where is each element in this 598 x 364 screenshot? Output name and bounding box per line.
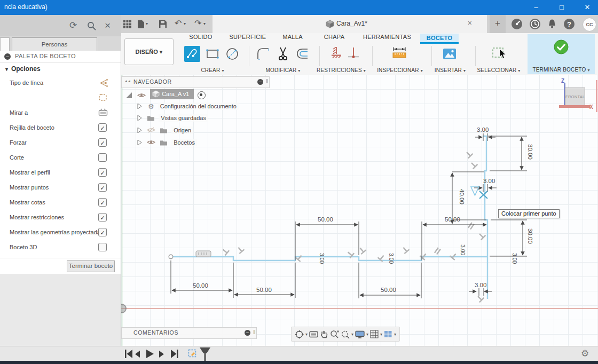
fillet-tool-icon[interactable] [255, 46, 271, 62]
app-grid-icon[interactable] [123, 20, 131, 28]
grid-caret[interactable]: ▾ [380, 332, 382, 337]
refresh-icon[interactable]: ⟳ [69, 20, 77, 31]
profile-checkbox[interactable]: ✓ [98, 168, 107, 177]
line-tool-icon[interactable] [184, 46, 200, 62]
grid-checkbox[interactable]: ✓ [98, 123, 107, 132]
group-label-modificar[interactable]: MODIFICAR ▾ [259, 67, 307, 73]
trim-scissors-icon[interactable] [275, 46, 291, 62]
activate-radio[interactable] [198, 91, 206, 99]
timeline-playback-controls[interactable] [123, 349, 184, 359]
close-panel-icon[interactable]: × [105, 20, 111, 31]
tab-boceto[interactable]: BOCETO [420, 34, 459, 44]
job-status-clock-icon[interactable] [529, 18, 541, 30]
dimension-texts[interactable]: 3.00 30.00 40.00 3.00 50.00 50.00 30.00 … [193, 126, 533, 293]
group-label-crear[interactable]: CREAR ▾ [190, 67, 235, 73]
tree-item-named-views[interactable]: Vistas guardadas [137, 115, 208, 125]
search-icon[interactable] [87, 21, 96, 30]
timeline-settings-gear-icon[interactable]: ⚙ [581, 348, 589, 359]
file-menu-caret[interactable]: ▾ [146, 21, 148, 26]
navigator-grip[interactable]: ‖ [266, 78, 269, 84]
tree-item-document-settings[interactable]: ⚙ Configuración del documento [137, 102, 239, 113]
tab-close-icon[interactable]: × [468, 19, 472, 27]
tab-malla[interactable]: MALLA [280, 34, 305, 42]
display-settings-icon[interactable] [355, 330, 365, 338]
minimize-button[interactable]: – [525, 0, 547, 15]
viewcube-front-face[interactable]: FRONTAL [565, 88, 585, 107]
tab-herramientas[interactable]: HERRAMIENTAS [361, 34, 413, 42]
constraint-fix-icon[interactable] [328, 46, 344, 62]
group-label-seleccionar[interactable]: SELECCIONAR ▾ [472, 67, 525, 73]
sketch3d-checkbox[interactable] [98, 243, 107, 251]
new-tab-button[interactable]: + [490, 15, 506, 33]
save-icon[interactable] [159, 20, 167, 28]
redo-icon[interactable]: ↷ [194, 18, 201, 28]
expand-arrow-icon[interactable] [137, 103, 142, 109]
snap-checkbox[interactable]: ✓ [98, 138, 107, 147]
expand-arrow-icon[interactable] [137, 115, 142, 121]
close-button[interactable]: ✕ [577, 0, 598, 15]
grid-settings-icon[interactable] [370, 330, 379, 338]
circle-tool-icon[interactable] [224, 46, 240, 62]
orbit-icon[interactable] [295, 330, 304, 339]
section-collapse-icon[interactable]: ▼ [4, 67, 9, 72]
timeline-position-marker[interactable] [199, 346, 211, 361]
constraint-glyphs[interactable] [221, 150, 486, 303]
help-icon[interactable]: ? [563, 18, 575, 30]
user-avatar[interactable]: CC [583, 18, 596, 31]
constraint-coincident-icon[interactable] [345, 46, 361, 62]
points-checkbox[interactable]: ✓ [98, 183, 107, 192]
dimensions-checkbox[interactable]: ✓ [98, 198, 107, 207]
zoom-window-caret[interactable]: ▾ [351, 332, 353, 337]
tab-solido[interactable]: SOLIDO [188, 34, 213, 42]
dimension-lines[interactable] [171, 133, 527, 298]
tree-item-root-chip[interactable]: Cara_A v1 [150, 89, 193, 99]
zoom-icon[interactable] [330, 330, 339, 339]
construction-icon[interactable] [98, 93, 108, 104]
eye-off-icon[interactable] [147, 127, 155, 133]
origin-point[interactable] [121, 304, 126, 313]
rectangle-tool-icon[interactable] [204, 46, 221, 62]
insert-image-icon[interactable] [442, 46, 458, 62]
tab-personas[interactable]: Personas [12, 37, 97, 51]
look-at-icon[interactable] [98, 108, 108, 118]
undo-caret[interactable]: ▾ [184, 21, 186, 26]
eye-icon[interactable] [137, 92, 146, 98]
options-section-header[interactable]: ▼Opciones [4, 65, 41, 73]
zoom-window-icon[interactable] [341, 330, 350, 339]
navigator-minimize-icon[interactable]: – [257, 79, 263, 85]
tree-item-root[interactable]: Cara_A v1 [125, 89, 206, 100]
maximize-button[interactable]: □ [551, 0, 572, 15]
slice-checkbox[interactable] [98, 153, 107, 162]
collapse-palette-icon[interactable]: – [4, 53, 11, 60]
measure-tool-icon[interactable] [391, 46, 407, 62]
comments-minimize-icon[interactable]: – [245, 330, 250, 336]
look-at-icon[interactable] [309, 330, 318, 338]
group-label-restricciones[interactable]: RESTRICCIONES ▾ [309, 67, 373, 73]
viewports-caret[interactable]: ▾ [394, 332, 396, 337]
extensions-icon[interactable] [511, 18, 523, 30]
workspace-selector[interactable]: DISEÑO ▾ [124, 38, 174, 65]
notifications-bell-icon[interactable] [547, 19, 558, 30]
file-icon[interactable] [137, 20, 145, 29]
constraints-checkbox[interactable]: ✓ [98, 213, 107, 221]
expand-arrow-icon[interactable] [137, 127, 142, 133]
pan-icon[interactable] [320, 330, 328, 338]
line-type-icon[interactable] [98, 78, 109, 90]
sketch-start-point[interactable] [169, 255, 173, 259]
group-label-inspeccionar[interactable]: INSPECCIONAR ▾ [370, 67, 430, 73]
projected-checkbox[interactable]: ✓ [98, 228, 107, 236]
tab-superficie[interactable]: SUPERFICIE [229, 34, 266, 42]
undo-icon[interactable]: ↶ [175, 18, 182, 28]
document-tab[interactable]: Cara_Av1* × [213, 15, 487, 33]
eye-icon[interactable] [147, 139, 155, 145]
tree-item-origin[interactable]: Origen [137, 127, 193, 138]
collapsed-tab[interactable] [0, 37, 10, 51]
finish-sketch-ribbon-button[interactable]: TERMINAR BOCETO ▾ [528, 34, 595, 74]
model-canvas[interactable]: 3.00 30.00 40.00 3.00 50.00 50.00 30.00 … [121, 75, 598, 346]
display-caret[interactable]: ▾ [366, 332, 368, 337]
comments-grip[interactable]: ‖ [253, 329, 256, 335]
tab-chapa[interactable]: CHAPA [322, 34, 347, 42]
group-label-insertar[interactable]: INSERTAR ▾ [427, 67, 474, 73]
viewports-icon[interactable] [384, 330, 392, 338]
offset-tool-icon[interactable] [295, 46, 311, 62]
